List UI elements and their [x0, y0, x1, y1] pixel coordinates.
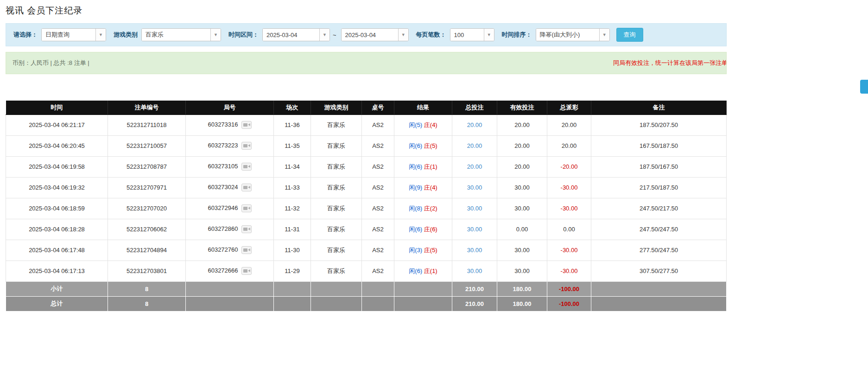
cell-result: 闲(6) 庄(1)	[394, 156, 452, 177]
partial-button[interactable]	[860, 80, 868, 94]
footer-empty-cell	[591, 281, 727, 296]
result-banker[interactable]: 庄(5)	[424, 142, 437, 149]
chevron-down-icon[interactable]: ▼	[484, 29, 494, 41]
footer-empty-cell	[394, 296, 452, 311]
chevron-down-icon[interactable]: ▼	[95, 29, 106, 41]
page: 视讯 会员下注纪录 请选择： ▼ 游戏类别 ▼ 时间区间： ▼ ~ ▼ 每页笔数…	[0, 0, 868, 311]
cell-total-bet[interactable]: 30.00	[452, 198, 497, 219]
video-replay-icon[interactable]	[241, 184, 252, 191]
result-banker[interactable]: 庄(1)	[424, 267, 437, 274]
result-banker[interactable]: 庄(4)	[424, 121, 437, 128]
chevron-down-icon[interactable]: ▼	[210, 29, 221, 41]
cell-valid-bet: 20.00	[497, 135, 547, 156]
cell-bet-id: 522312711018	[108, 114, 186, 135]
cell-game-type: 百家乐	[311, 219, 362, 240]
cell-bet-id: 522312704894	[108, 240, 186, 261]
result-banker[interactable]: 庄(6)	[424, 226, 437, 233]
column-header: 注单编号	[108, 101, 186, 114]
cell-total-bet[interactable]: 30.00	[452, 240, 497, 261]
cell-total-bet[interactable]: 30.00	[452, 261, 497, 281]
cell-table-no: AS2	[362, 198, 394, 219]
date-from-combo[interactable]: ▼	[262, 28, 330, 41]
table-row: 2025-03-04 06:18:59522312707020603272946…	[6, 198, 727, 219]
column-header: 游戏类别	[311, 101, 362, 114]
table-row: 2025-03-04 06:21:17522312711018603273316…	[6, 114, 727, 135]
cell-game-type: 百家乐	[311, 156, 362, 177]
footer-label: 总计	[6, 296, 108, 311]
result-player[interactable]: 闲(5)	[409, 121, 422, 128]
chevron-down-icon[interactable]: ▼	[398, 29, 408, 41]
cell-session: 11-31	[274, 219, 311, 240]
search-button[interactable]: 查询	[616, 28, 643, 42]
result-player[interactable]: 闲(6)	[409, 267, 422, 274]
footer-valid-bet: 180.00	[497, 296, 547, 311]
video-replay-icon[interactable]	[241, 204, 252, 212]
footer-count: 8	[108, 296, 186, 311]
footer-label: 小计	[6, 281, 108, 296]
chevron-down-icon[interactable]: ▼	[319, 29, 329, 41]
cell-game-type: 百家乐	[311, 114, 362, 135]
table-row: 2025-03-04 06:19:58522312708787603273105…	[6, 156, 727, 177]
result-banker[interactable]: 庄(1)	[424, 163, 437, 170]
game-type-label: 游戏类别	[114, 31, 138, 39]
video-replay-icon[interactable]	[241, 121, 252, 129]
result-player[interactable]: 闲(8)	[409, 205, 422, 212]
date-range-label: 时间区间：	[228, 31, 259, 39]
cell-remark: 247.50/247.50	[591, 219, 727, 240]
cell-result: 闲(6) 庄(1)	[394, 261, 452, 281]
result-player[interactable]: 闲(3)	[409, 247, 422, 254]
cell-total-bet[interactable]: 30.00	[452, 219, 497, 240]
cell-total-bet[interactable]: 20.00	[452, 114, 497, 135]
cell-round: 603272760	[186, 240, 274, 261]
result-banker[interactable]: 庄(5)	[424, 247, 437, 254]
cell-table-no: AS2	[362, 261, 394, 281]
page-size-input[interactable]	[450, 29, 484, 41]
date-to-input[interactable]	[342, 29, 398, 41]
video-replay-icon[interactable]	[241, 267, 252, 275]
cell-result: 闲(9) 庄(4)	[394, 177, 452, 198]
cell-payout: 20.00	[547, 135, 591, 156]
result-player[interactable]: 闲(9)	[409, 184, 422, 191]
filter-bar: 请选择： ▼ 游戏类别 ▼ 时间区间： ▼ ~ ▼ 每页笔数： ▼ 时间排序： …	[6, 23, 727, 46]
cell-session: 11-32	[274, 198, 311, 219]
game-type-combo[interactable]: ▼	[141, 28, 221, 41]
cell-table-no: AS2	[362, 135, 394, 156]
page-size-combo[interactable]: ▼	[450, 28, 494, 41]
cell-game-type: 百家乐	[311, 198, 362, 219]
game-type-input[interactable]	[142, 29, 210, 41]
cell-result: 闲(3) 庄(5)	[394, 240, 452, 261]
date-to-combo[interactable]: ▼	[341, 28, 409, 41]
result-player[interactable]: 闲(6)	[409, 163, 422, 170]
cell-bet-id: 522312710057	[108, 135, 186, 156]
cell-total-bet[interactable]: 20.00	[452, 156, 497, 177]
cell-total-bet[interactable]: 20.00	[452, 135, 497, 156]
footer-empty-cell	[591, 296, 727, 311]
cell-valid-bet: 30.00	[497, 261, 547, 281]
query-mode-input[interactable]	[42, 29, 95, 41]
cell-round: 603273316	[186, 114, 274, 135]
cell-round: 603273105	[186, 156, 274, 177]
result-banker[interactable]: 庄(2)	[424, 205, 437, 212]
footer-empty-cell	[274, 281, 311, 296]
result-player[interactable]: 闲(6)	[409, 226, 422, 233]
result-banker[interactable]: 庄(4)	[424, 184, 437, 191]
cell-game-type: 百家乐	[311, 240, 362, 261]
chevron-down-icon[interactable]: ▼	[599, 29, 609, 41]
video-replay-icon[interactable]	[241, 225, 252, 233]
result-player[interactable]: 闲(6)	[409, 142, 422, 149]
cell-payout: 20.00	[547, 114, 591, 135]
date-from-input[interactable]	[263, 29, 319, 41]
cell-total-bet[interactable]: 30.00	[452, 177, 497, 198]
cell-valid-bet: 20.00	[497, 156, 547, 177]
query-mode-combo[interactable]: ▼	[41, 28, 106, 41]
video-replay-icon[interactable]	[241, 246, 252, 254]
cell-remark: 277.50/247.50	[591, 240, 727, 261]
time-sort-combo[interactable]: ▼	[536, 28, 610, 41]
cell-payout: -30.00	[547, 198, 591, 219]
column-header: 有效投注	[497, 101, 547, 114]
cell-round: 603272666	[186, 261, 274, 281]
time-sort-input[interactable]	[536, 29, 599, 41]
footer-empty-cell	[186, 296, 274, 311]
video-replay-icon[interactable]	[241, 163, 252, 171]
video-replay-icon[interactable]	[241, 142, 252, 150]
